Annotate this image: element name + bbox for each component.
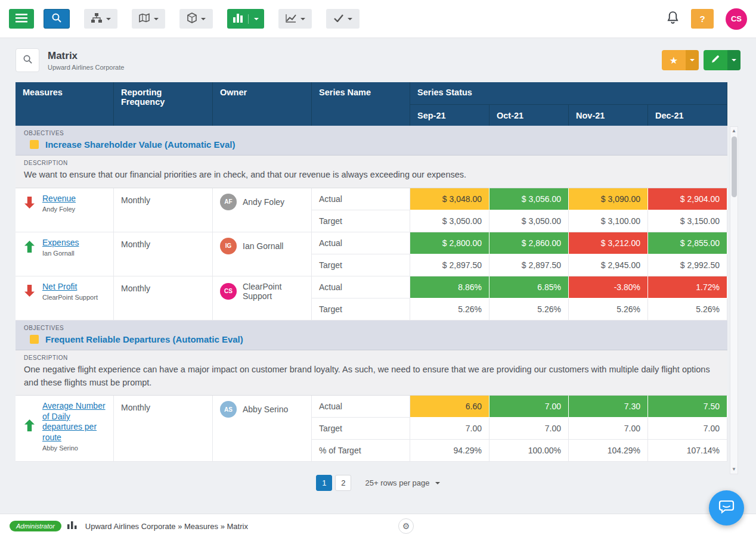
column-header-oct-21: Oct-21 — [489, 104, 569, 126]
objective-link[interactable]: Increase Shareholder Value (Automatic Ev… — [45, 139, 235, 150]
measure-link[interactable]: Expenses — [42, 238, 79, 248]
bar-chart-icon — [67, 521, 77, 531]
page-title: Matrix — [48, 50, 124, 62]
tasks-dropdown-button[interactable] — [326, 9, 360, 29]
favorite-split-button: ★ — [662, 50, 699, 70]
bar-chart-icon — [233, 14, 243, 24]
value-cell: 6.60 — [410, 396, 489, 418]
measures-dropdown-button-active[interactable] — [227, 9, 264, 29]
objective-link[interactable]: Frequent Reliable Departures (Automatic … — [45, 334, 243, 344]
map-icon — [139, 13, 150, 24]
series-name-cell: Target — [312, 418, 410, 440]
menu-icon — [16, 14, 27, 24]
series-name-cell: Actual — [312, 276, 410, 298]
series-name-cell: Actual — [312, 232, 410, 254]
chevron-down-icon — [254, 18, 259, 20]
value-cell: 107.14% — [648, 440, 727, 462]
measure-owner-subtext: Abby Serino — [42, 444, 107, 452]
divider — [248, 14, 249, 24]
page-1-button[interactable]: 1 — [316, 475, 332, 491]
charts-dropdown-button[interactable] — [278, 9, 312, 29]
trend-down-icon — [24, 285, 35, 298]
value-cell: 5.26% — [569, 298, 648, 321]
matrix-table: Measures Reporting Frequency Owner Serie… — [16, 82, 727, 462]
measure-cell: Net ProfitClearPoint Support — [16, 276, 114, 321]
value-cell: $ 2,800.00 — [410, 232, 489, 254]
help-button[interactable]: ? — [691, 9, 714, 29]
edit-dropdown-button[interactable] — [727, 50, 740, 70]
favorite-button[interactable]: ★ — [662, 50, 686, 70]
series-name-cell: Target — [312, 210, 410, 232]
measure-link[interactable]: Net Profit — [42, 282, 77, 293]
column-header-series-name: Series Name — [312, 82, 410, 126]
objective-cell: OBJECTIVESFrequent Reliable Departures (… — [16, 321, 727, 350]
edit-button[interactable] — [704, 50, 727, 70]
vertical-scrollbar[interactable]: ▲ ▼ — [730, 126, 738, 474]
value-cell: $ 3,212.00 — [569, 232, 648, 254]
notifications-bell-button[interactable] — [667, 11, 679, 27]
search-icon — [51, 13, 62, 25]
pagination: 1 2 25+ rows per page — [0, 475, 756, 491]
chevron-down-icon — [201, 18, 206, 20]
owner-cell: CSClearPoint Support — [213, 276, 312, 321]
value-cell: $ 2,904.00 — [648, 188, 727, 210]
frequency-cell: Monthly — [114, 188, 213, 232]
objective-status-icon — [30, 335, 39, 344]
scrollbar-thumb[interactable] — [732, 136, 737, 197]
value-cell: $ 3,100.00 — [569, 210, 648, 232]
value-cell: $ 2,860.00 — [489, 232, 569, 254]
chevron-down-icon — [435, 482, 440, 484]
rows-per-page-select[interactable]: 25+ rows per page — [365, 478, 439, 487]
owner-avatar: AF — [220, 194, 237, 210]
value-cell: 5.26% — [489, 298, 569, 321]
report-search-button[interactable] — [16, 48, 39, 72]
page-2-button[interactable]: 2 — [335, 475, 351, 491]
pencil-icon — [711, 54, 720, 66]
favorite-dropdown-button[interactable] — [686, 50, 699, 70]
value-cell: 7.00 — [410, 418, 489, 440]
value-cell: $ 3,150.00 — [648, 210, 727, 232]
scorecard-dropdown-button[interactable] — [84, 9, 117, 29]
measure-cell: ExpensesIan Gornall — [16, 232, 114, 276]
chat-bubble-icon — [718, 499, 735, 517]
chevron-down-icon — [690, 59, 695, 61]
value-cell: $ 3,090.00 — [569, 188, 648, 210]
settings-gear-button[interactable]: ⚙ — [398, 518, 414, 534]
user-avatar[interactable]: CS — [726, 8, 747, 30]
line-chart-icon — [286, 14, 296, 24]
measure-owner-subtext: Ian Gornall — [42, 250, 79, 257]
series-row: RevenueAndy FoleyMonthlyAFAndy FoleyActu… — [16, 188, 727, 210]
owner-avatar: CS — [220, 283, 237, 300]
chevron-down-icon — [732, 59, 736, 61]
owner-name: Andy Foley — [243, 197, 284, 207]
value-cell: $ 3,050.00 — [410, 210, 489, 232]
column-header-owner: Owner — [213, 82, 312, 126]
measure-cell: RevenueAndy Foley — [16, 188, 114, 232]
measure-owner-subtext: Andy Foley — [42, 206, 76, 213]
bell-icon — [667, 11, 679, 24]
frequency-cell: Monthly — [114, 396, 213, 462]
scroll-up-arrow[interactable]: ▲ — [732, 127, 736, 135]
page-header: Matrix Upward Airlines Corporate ★ — [0, 38, 756, 82]
elements-dropdown-button[interactable] — [179, 9, 213, 29]
search-button[interactable] — [44, 9, 70, 29]
measure-link[interactable]: Average Number of Daily departures per r… — [42, 401, 107, 443]
value-cell: $ 2,855.00 — [648, 232, 727, 254]
value-cell: 7.00 — [648, 418, 727, 440]
menu-button[interactable] — [9, 9, 34, 29]
scroll-down-arrow[interactable]: ▼ — [732, 465, 736, 474]
owner-avatar: AS — [220, 401, 237, 418]
value-cell: 94.29% — [410, 440, 489, 462]
chat-launcher-button[interactable] — [709, 490, 744, 525]
footer-bar: Administrator Upward Airlines Corporate … — [0, 514, 756, 538]
measure-link[interactable]: Revenue — [42, 194, 76, 204]
column-header-reporting-frequency: Reporting Frequency — [114, 82, 213, 126]
series-name-cell: Target — [312, 254, 410, 276]
star-icon: ★ — [670, 55, 678, 66]
description-row: DESCRIPTIONOne negative flight experienc… — [16, 350, 727, 396]
column-header-sep-21: Sep-21 — [410, 104, 489, 126]
map-dropdown-button[interactable] — [132, 9, 165, 29]
frequency-cell: Monthly — [114, 232, 213, 276]
column-header-measures: Measures — [16, 82, 114, 126]
owner-name: Ian Gornall — [243, 241, 283, 251]
